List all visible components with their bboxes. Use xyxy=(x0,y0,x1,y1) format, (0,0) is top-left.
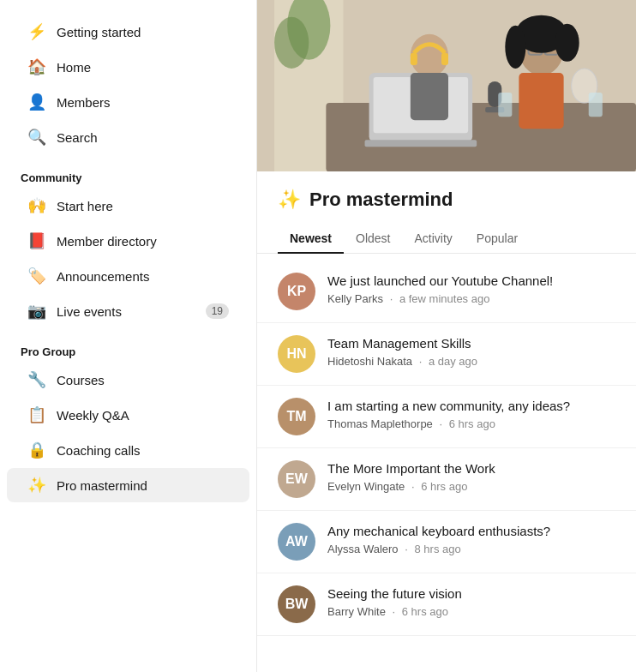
tab-activity[interactable]: Activity xyxy=(403,225,465,254)
svg-rect-21 xyxy=(589,93,603,117)
svg-point-23 xyxy=(505,26,525,69)
sidebar-item-pro-mastermind[interactable]: ✨ Pro mastermind xyxy=(7,468,249,502)
main-content: ✨ Pro mastermind NewestOldestActivityPop… xyxy=(257,0,636,672)
post-author: Barry White xyxy=(327,605,386,618)
post-item[interactable]: EW The More Important the Work Evelyn Wi… xyxy=(257,448,636,511)
sidebar-item-label: Home xyxy=(57,60,91,75)
post-title: The More Important the Work xyxy=(327,460,615,477)
sidebar-item-courses[interactable]: 🔧 Courses xyxy=(7,363,249,397)
post-content: The More Important the Work Evelyn Winga… xyxy=(327,460,615,493)
avatar: TM xyxy=(278,398,315,435)
sidebar-item-member-directory[interactable]: 📕 Member directory xyxy=(7,224,249,258)
post-time: a few minutes ago xyxy=(399,292,490,305)
post-meta: Evelyn Wingate · 6 hrs ago xyxy=(327,480,615,493)
community-title: Pro mastermind xyxy=(309,189,453,211)
sidebar: ⚡ Getting started 🏠 Home 👤 Members 🔍 Sea… xyxy=(0,0,257,672)
sidebar-item-label: Announcements xyxy=(57,269,149,284)
start-here-icon: 🙌 xyxy=(27,196,46,215)
svg-point-3 xyxy=(274,17,309,69)
community-icon: ✨ xyxy=(278,189,301,211)
sidebar-item-label: Search xyxy=(57,130,98,145)
post-time: 8 hrs ago xyxy=(414,543,460,555)
post-title: Seeing the future vision xyxy=(327,585,615,603)
badge-live-events: 19 xyxy=(206,303,229,319)
tab-popular[interactable]: Popular xyxy=(465,225,530,254)
avatar: KP xyxy=(278,273,315,310)
tab-newest[interactable]: Newest xyxy=(278,225,344,254)
post-time: 6 hrs ago xyxy=(449,417,495,430)
post-time: 6 hrs ago xyxy=(402,605,448,618)
post-meta: Barry White · 6 hrs ago xyxy=(327,605,615,618)
sidebar-item-start-here[interactable]: 🙌 Start here xyxy=(7,189,249,223)
svg-rect-9 xyxy=(411,73,448,120)
post-content: Any mechanical keyboard enthusiasts? Aly… xyxy=(327,523,615,555)
post-item[interactable]: AW Any mechanical keyboard enthusiasts? … xyxy=(257,511,636,573)
post-author: Thomas Maplethorpe xyxy=(327,417,433,430)
live-events-icon: 📷 xyxy=(27,302,46,321)
home-icon: 🏠 xyxy=(27,57,46,76)
getting-started-icon: ⚡ xyxy=(27,22,46,41)
sidebar-item-label: Start here xyxy=(57,199,113,213)
sidebar-item-announcements[interactable]: 🏷️ Announcements xyxy=(7,259,249,293)
avatar: HN xyxy=(278,335,315,373)
hero-image xyxy=(257,0,636,171)
sidebar-item-weekly-qa[interactable]: 📋 Weekly Q&A xyxy=(7,398,249,432)
post-content: Team Management Skills Hidetoshi Nakata … xyxy=(327,335,615,368)
avatar: AW xyxy=(278,523,315,561)
post-author: Evelyn Wingate xyxy=(327,480,405,493)
sidebar-item-label: Pro mastermind xyxy=(57,478,147,493)
coaching-calls-icon: 🔒 xyxy=(27,441,46,459)
member-directory-icon: 📕 xyxy=(27,231,46,250)
svg-rect-13 xyxy=(519,73,563,129)
avatar: BW xyxy=(278,585,315,623)
post-content: I am starting a new community, any ideas… xyxy=(327,398,615,430)
progroup-section-label: Pro Group xyxy=(0,335,256,362)
svg-rect-7 xyxy=(365,140,477,147)
post-time: 6 hrs ago xyxy=(421,480,467,493)
post-item[interactable]: HN Team Management Skills Hidetoshi Naka… xyxy=(257,323,636,386)
sidebar-item-label: Live events xyxy=(57,304,122,319)
svg-rect-10 xyxy=(411,53,417,65)
sidebar-item-getting-started[interactable]: ⚡ Getting started xyxy=(7,15,249,49)
post-item[interactable]: TM I am starting a new community, any id… xyxy=(257,386,636,448)
svg-rect-20 xyxy=(498,93,512,117)
weekly-qa-icon: 📋 xyxy=(27,405,46,424)
post-item[interactable]: KP We just launched our Youtube Channel!… xyxy=(257,261,636,323)
sidebar-item-label: Members xyxy=(57,95,111,110)
pro-mastermind-icon: ✨ xyxy=(27,476,46,495)
post-content: Seeing the future vision Barry White · 6… xyxy=(327,585,615,618)
avatar: EW xyxy=(278,460,315,498)
sidebar-item-label: Member directory xyxy=(57,234,157,249)
post-item[interactable]: BW Seeing the future vision Barry White … xyxy=(257,573,636,636)
post-author: Alyssa Walero xyxy=(327,543,399,555)
post-author: Kelly Parks xyxy=(327,292,383,305)
post-author: Hidetoshi Nakata xyxy=(327,355,412,368)
sidebar-item-search[interactable]: 🔍 Search xyxy=(7,120,249,154)
sidebar-item-home[interactable]: 🏠 Home xyxy=(7,50,249,84)
post-title: Team Management Skills xyxy=(327,335,615,352)
announcements-icon: 🏷️ xyxy=(27,267,46,285)
sidebar-item-members[interactable]: 👤 Members xyxy=(7,85,249,119)
community-section-label: Community xyxy=(0,161,256,188)
svg-rect-11 xyxy=(441,53,448,65)
tabs-bar: NewestOldestActivityPopular xyxy=(257,214,636,254)
sidebar-item-coaching-calls[interactable]: 🔒 Coaching calls xyxy=(7,433,249,467)
post-meta: Alyssa Walero · 8 hrs ago xyxy=(327,543,615,555)
courses-icon: 🔧 xyxy=(27,370,46,389)
post-content: We just launched our Youtube Channel! Ke… xyxy=(327,273,615,305)
members-icon: 👤 xyxy=(27,93,46,111)
sidebar-item-label: Weekly Q&A xyxy=(57,408,129,423)
post-title: I am starting a new community, any ideas… xyxy=(327,398,615,415)
search-icon: 🔍 xyxy=(27,128,46,147)
sidebar-item-label: Getting started xyxy=(57,25,141,39)
post-meta: Kelly Parks · a few minutes ago xyxy=(327,292,615,305)
post-title: We just launched our Youtube Channel! xyxy=(327,273,615,290)
post-time: a day ago xyxy=(429,355,477,368)
post-meta: Thomas Maplethorpe · 6 hrs ago xyxy=(327,417,615,430)
sidebar-item-live-events[interactable]: 📷 Live events 19 xyxy=(7,294,249,328)
tab-oldest[interactable]: Oldest xyxy=(344,225,402,254)
posts-list: KP We just launched our Youtube Channel!… xyxy=(257,254,636,643)
community-header: ✨ Pro mastermind xyxy=(257,171,636,211)
svg-point-24 xyxy=(555,24,579,62)
sidebar-item-label: Courses xyxy=(57,373,105,387)
